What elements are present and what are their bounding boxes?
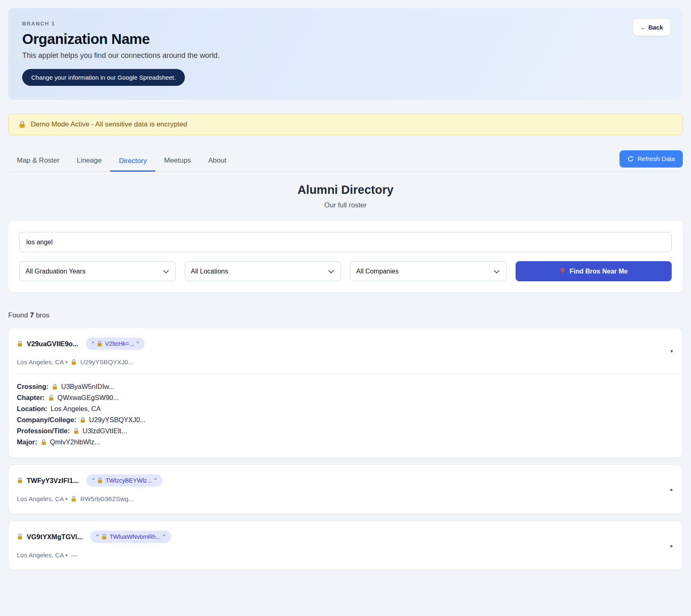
detail-value: U29yYSBQYXJ0...: [89, 416, 146, 424]
company-select-wrap: All Companies: [350, 261, 507, 281]
location-select[interactable]: All Locations: [185, 261, 341, 281]
search-input[interactable]: [19, 232, 672, 252]
alumni-location: Los Angeles, CA •: [17, 495, 67, 503]
find-bros-label: Find Bros Near Me: [570, 268, 628, 275]
detail-value: U3ByaW5nIDIw...: [61, 383, 114, 391]
badge-close-quote: ": [154, 477, 156, 484]
lock-icon: [48, 395, 54, 401]
badge-open-quote: ": [97, 533, 99, 540]
refresh-data-label: Refresh Data: [638, 155, 675, 163]
alumni-company-preview: —: [71, 552, 77, 559]
nickname-text: TWluaWNvbmRh...: [110, 533, 161, 540]
detail-label: Company/College:: [17, 416, 76, 424]
location-select-wrap: All Locations: [185, 261, 341, 281]
lock-icon: [17, 340, 23, 347]
detail-label: Crossing:: [17, 383, 48, 391]
detail-company-college: Company/College: U29yYSBQYXJ0...: [17, 414, 674, 425]
detail-value: QWxwaGEgSW90...: [58, 394, 119, 402]
directory-subtitle: Our full roster: [8, 201, 683, 209]
demo-mode-banner: Demo Mode Active - All sensitive data is…: [8, 114, 683, 135]
results-count: Found 7 bros: [8, 311, 683, 319]
alumni-card-header[interactable]: V29uaGVlIE9o... " V2ltcHk=..." Los Angel…: [9, 328, 682, 374]
tab-bar: Map & Roster Lineage Directory Meetups A…: [8, 150, 683, 172]
nickname-text: V2ltcHk=...: [105, 340, 134, 347]
expand-chevron-icon[interactable]: ▸: [670, 487, 673, 492]
results-list: V29uaGVlIE9o... " V2ltcHk=..." Los Angel…: [8, 328, 683, 570]
lock-icon: [52, 384, 58, 390]
nickname-badge: " TWluaWNvbmRh...": [90, 531, 171, 543]
org-subtitle: This applet helps you find our connectio…: [22, 51, 669, 60]
page: BRANCH 1 Organization Name This applet h…: [0, 0, 691, 579]
collapse-chevron-icon[interactable]: ▾: [670, 348, 673, 354]
alumni-name-row: V29uaGVlIE9o... " V2ltcHk=...": [17, 338, 674, 350]
badge-close-quote: ": [163, 533, 165, 540]
spreadsheet-link-button[interactable]: Change your information in our Google Sp…: [22, 69, 185, 86]
alumni-meta: Los Angeles, CA • U29yYSBQYXJ0...: [17, 359, 674, 366]
detail-value: U3lzdGVtIElt...: [83, 427, 127, 435]
refresh-data-button[interactable]: Refresh Data: [620, 150, 683, 168]
company-select[interactable]: All Companies: [350, 261, 507, 281]
back-button[interactable]: ← Back: [633, 19, 670, 36]
tab-about[interactable]: About: [200, 150, 235, 171]
alumni-name: VG9tYXMgTGVl...: [27, 533, 83, 541]
alumni-card: TWFyY3VzIFl1... " TWlzcyBEYWlz..." Los A…: [8, 464, 683, 514]
graduation-year-select[interactable]: All Graduation Years: [19, 261, 176, 281]
alumni-card: V29uaGVlIE9o... " V2ltcHk=..." Los Angel…: [8, 328, 683, 458]
expand-chevron-icon[interactable]: ▸: [670, 543, 673, 549]
lock-icon: [18, 121, 26, 129]
nickname-badge: " V2ltcHk=...": [86, 338, 145, 350]
alumni-card-header[interactable]: TWFyY3VzIFl1... " TWlzcyBEYWlz..." Los A…: [9, 465, 682, 514]
alumni-card-header[interactable]: VG9tYXMgTGVl... " TWluaWNvbmRh..." Los A…: [9, 521, 682, 570]
nickname-badge: " TWlzcyBEYWlz...": [86, 474, 163, 487]
lock-icon: [71, 496, 77, 502]
tab-map-roster[interactable]: Map & Roster: [8, 150, 68, 171]
results-count-prefix: Found: [8, 311, 28, 319]
lock-icon: [97, 477, 103, 484]
detail-label: Location:: [17, 405, 47, 413]
lock-icon: [97, 340, 103, 347]
tab-directory[interactable]: Directory: [110, 150, 155, 172]
alumni-card: VG9tYXMgTGVl... " TWluaWNvbmRh..." Los A…: [8, 521, 683, 570]
alumni-location: Los Angeles, CA •: [17, 552, 67, 559]
detail-label: Major:: [17, 438, 37, 446]
nickname-text: TWlzcyBEYWlz...: [106, 477, 152, 484]
refresh-icon: [627, 156, 634, 162]
search-filter-card: All Graduation Years All Locations All C…: [8, 221, 683, 292]
lock-icon: [80, 417, 86, 423]
demo-mode-text: Demo Mode Active - All sensitive data is…: [31, 120, 187, 129]
badge-open-quote: ": [92, 340, 94, 347]
detail-crossing: Crossing: U3ByaW5nIDIw...: [17, 381, 674, 392]
lock-icon: [71, 359, 77, 365]
find-bros-near-me-button[interactable]: Find Bros Near Me: [516, 261, 672, 281]
results-count-suffix: bros: [36, 311, 49, 319]
detail-label: Profession/Title:: [17, 427, 70, 435]
results-count-number: 7: [30, 311, 34, 319]
tab-lineage[interactable]: Lineage: [68, 150, 111, 171]
detail-value: QmlvY2hlbWlz...: [50, 438, 100, 446]
pin-icon: [560, 268, 566, 275]
badge-open-quote: ": [92, 477, 94, 484]
alumni-name: TWFyY3VzIFl1...: [27, 477, 79, 485]
tab-meetups[interactable]: Meetups: [155, 150, 199, 171]
directory-title: Alumni Directory: [8, 183, 683, 197]
alumni-location: Los Angeles, CA •: [17, 359, 67, 366]
org-title: Organization Name: [22, 31, 669, 47]
alumni-meta: Los Angeles, CA • RW5rbG96ZSwg...: [17, 495, 674, 503]
graduation-year-select-wrap: All Graduation Years: [19, 261, 176, 281]
alumni-name: V29uaGVlIE9o...: [27, 340, 78, 348]
lock-icon: [101, 533, 107, 540]
alumni-name-row: VG9tYXMgTGVl... " TWluaWNvbmRh...": [17, 531, 674, 543]
alumni-name-row: TWFyY3VzIFl1... " TWlzcyBEYWlz...": [17, 474, 674, 487]
alumni-company-preview: RW5rbG96ZSwg...: [80, 495, 134, 503]
lock-icon: [17, 533, 23, 540]
branch-label: BRANCH 1: [22, 21, 669, 27]
detail-profession-title: Profession/Title: U3lzdGVtIElt...: [17, 425, 674, 437]
filter-row: All Graduation Years All Locations All C…: [19, 261, 672, 281]
detail-location: Location: Los Angeles, CA: [17, 403, 674, 414]
lock-icon: [73, 428, 79, 434]
detail-chapter: Chapter: QWxwaGEgSW90...: [17, 392, 674, 403]
alumni-meta: Los Angeles, CA • —: [17, 552, 674, 559]
badge-close-quote: ": [136, 340, 138, 347]
org-header: BRANCH 1 Organization Name This applet h…: [8, 8, 683, 100]
detail-value: Los Angeles, CA: [51, 405, 101, 413]
